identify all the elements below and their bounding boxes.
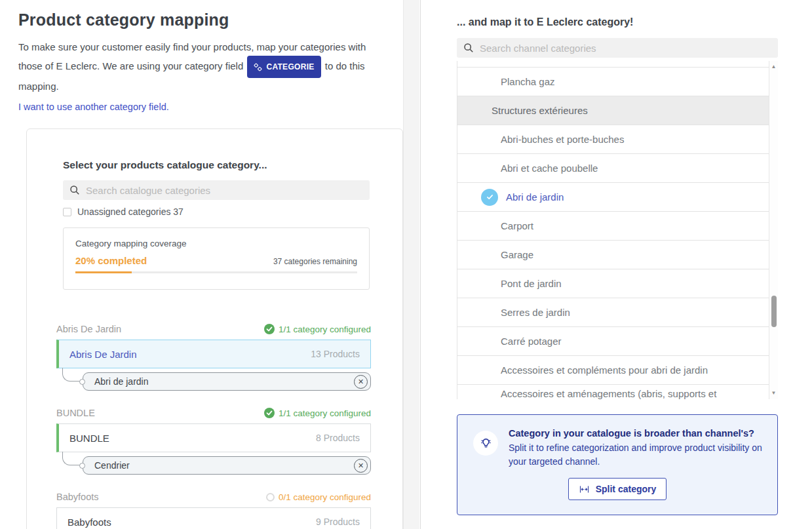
split-icon <box>579 485 590 494</box>
channel-list-scrollbar[interactable]: ▲ ▼ <box>769 61 778 399</box>
catalogue-sections: Abris De Jardin1/1 category configuredAb… <box>56 324 371 529</box>
section-header: Abris De Jardin1/1 category configured <box>56 324 371 334</box>
channel-title: ... and map it to E Leclerc category! <box>457 16 778 28</box>
tip-body-text: Split it to refine categorization and im… <box>509 441 764 469</box>
channel-category-label: Accessoires et aménagements (abris, supp… <box>501 388 769 400</box>
channel-category-row[interactable]: Serres de jardin <box>457 298 769 327</box>
channel-category-row[interactable]: Accessoires et aménagements (abris, supp… <box>457 385 769 399</box>
channel-category-row[interactable]: Plancha gaz <box>457 68 769 96</box>
connector-dot <box>79 463 85 469</box>
mapping-tag-wrap: Abri de jardin✕ <box>83 372 371 391</box>
channel-category-row[interactable]: Abri et cache poubelle <box>457 154 769 183</box>
unassigned-label: Unassigned categories 37 <box>77 206 184 217</box>
catalogue-category-row[interactable]: BUNDLE8 Products <box>56 423 371 452</box>
channel-category-label: Pont de jardin <box>501 278 562 289</box>
empty-circle-icon <box>266 493 275 501</box>
coverage-progressbar <box>75 271 357 273</box>
mapped-channel-tag: Abri de jardin✕ <box>83 372 371 391</box>
product-count: 8 Products <box>316 433 360 443</box>
channel-category-row[interactable]: Carport <box>457 212 769 241</box>
change-category-field-link[interactable]: I want to use another category field. <box>18 102 169 112</box>
section-status-text: 0/1 category configured <box>279 492 371 502</box>
coverage-remaining: 37 categories remaining <box>273 257 357 266</box>
mapped-channel-tag: Cendrier✕ <box>83 456 371 475</box>
product-count: 13 Products <box>311 349 360 359</box>
section-status: 1/1 category configured <box>264 408 371 418</box>
channel-category-label: Structures extérieures <box>492 105 588 116</box>
catalogue-category-row[interactable]: Babyfoots9 Products <box>56 507 371 529</box>
category-label: Babyfoots <box>68 517 111 528</box>
section-header: Babyfoots0/1 category configured <box>56 492 371 502</box>
coverage-progress-fill <box>75 271 132 273</box>
channel-category-row[interactable]: Abri de jardin <box>457 183 769 212</box>
channel-category-row-partial <box>457 61 769 68</box>
connector-dot <box>79 379 85 385</box>
section-status-text: 1/1 category configured <box>279 408 371 418</box>
section-status: 1/1 category configured <box>264 324 371 334</box>
channel-panel: ... and map it to E Leclerc category! Pl… <box>421 0 812 529</box>
search-icon <box>463 43 474 53</box>
channel-search[interactable] <box>457 38 778 58</box>
unassigned-checkbox[interactable] <box>63 208 71 216</box>
product-count: 9 Products <box>316 517 360 527</box>
lightbulb-icon <box>473 431 498 456</box>
selected-check-icon <box>481 189 498 206</box>
search-icon <box>69 185 80 195</box>
channel-category-row[interactable]: Garage <box>457 241 769 269</box>
scrollbar-thumb[interactable] <box>771 296 777 327</box>
section-header: BUNDLE1/1 category configured <box>56 408 371 418</box>
channel-category-list: Plancha gazStructures extérieuresAbri-bu… <box>457 61 778 399</box>
channel-category-label: Serres de jardin <box>501 307 570 318</box>
catalogue-section: Babyfoots0/1 category configuredBabyfoot… <box>56 492 371 529</box>
catalogue-panel: Product category mapping To make sure yo… <box>0 0 421 529</box>
coverage-box: Category mapping coverage 20% completed … <box>63 227 370 290</box>
coverage-completed: 20% completed <box>75 255 147 266</box>
channel-category-label: Accessoires et compléments pour abri de … <box>501 364 708 376</box>
channel-category-row[interactable]: Abri-buches et porte-buches <box>457 125 769 154</box>
coverage-label: Category mapping coverage <box>75 239 357 248</box>
section-name: Abris De Jardin <box>56 324 121 334</box>
category-label: BUNDLE <box>69 433 109 444</box>
scroll-down-arrow[interactable]: ▼ <box>769 390 778 397</box>
tip-title: Category in your catalogue is broader th… <box>509 428 764 439</box>
card-heading: Select your products catalogue category.… <box>63 159 371 171</box>
section-name: Babyfoots <box>56 492 99 502</box>
category-label: Abris De Jardin <box>69 349 137 360</box>
channel-category-label: Carport <box>501 220 533 231</box>
catalogue-section: Abris De Jardin1/1 category configuredAb… <box>56 324 371 391</box>
check-circle-icon <box>264 408 275 418</box>
mapping-tag-wrap: Cendrier✕ <box>83 456 371 475</box>
channel-search-input[interactable] <box>480 43 771 54</box>
catalogue-search-input[interactable] <box>86 185 363 196</box>
split-category-button[interactable]: Split category <box>568 478 667 500</box>
check-circle-icon <box>264 324 275 334</box>
link-icon <box>254 63 262 71</box>
remove-mapping-button[interactable]: ✕ <box>354 459 368 473</box>
channel-category-row[interactable]: Carré potager <box>457 327 769 356</box>
channel-list-viewport: Plancha gazStructures extérieuresAbri-bu… <box>457 61 769 399</box>
catalogue-category-row[interactable]: Abris De Jardin13 Products <box>56 340 371 368</box>
intro-text: To make sure your customer easily find y… <box>18 39 389 95</box>
mapped-category-label: Cendrier <box>94 460 130 471</box>
channel-category-label: Plancha gaz <box>501 76 555 87</box>
split-button-label: Split category <box>596 484 657 494</box>
mapped-category-label: Abri de jardin <box>94 376 149 387</box>
category-mapping-page: Product category mapping To make sure yo… <box>0 0 812 529</box>
unassigned-filter[interactable]: Unassigned categories 37 <box>63 206 371 217</box>
connector-line <box>62 452 80 465</box>
remove-mapping-button[interactable]: ✕ <box>354 375 368 389</box>
channel-category-row[interactable]: Structures extérieures <box>457 96 769 125</box>
channel-category-label: Abri de jardin <box>506 191 564 203</box>
scroll-up-arrow[interactable]: ▲ <box>769 64 778 70</box>
catalogue-card: Select your products catalogue category.… <box>26 128 403 529</box>
left-scrollbar-track[interactable] <box>403 0 419 529</box>
badge-label: CATEGORIE <box>266 58 314 75</box>
catalogue-search[interactable] <box>63 180 370 200</box>
section-name: BUNDLE <box>56 408 95 418</box>
channel-category-row[interactable]: Accessoires et compléments pour abri de … <box>457 356 769 385</box>
channel-category-label: Abri-buches et porte-buches <box>501 134 624 145</box>
page-title: Product category mapping <box>18 10 420 29</box>
connector-line <box>62 368 80 382</box>
channel-category-label: Garage <box>501 249 533 260</box>
channel-category-row[interactable]: Pont de jardin <box>457 269 769 298</box>
